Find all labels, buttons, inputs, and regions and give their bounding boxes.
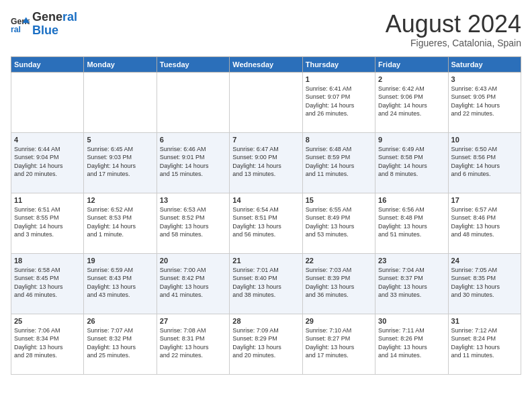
- calendar-cell: 25Sunrise: 7:06 AM Sunset: 8:34 PM Dayli…: [11, 314, 84, 374]
- day-content: Sunrise: 7:00 AM Sunset: 8:42 PM Dayligh…: [160, 266, 226, 300]
- day-number: 24: [451, 257, 518, 265]
- calendar-cell: 19Sunrise: 6:59 AM Sunset: 8:43 PM Dayli…: [84, 253, 157, 314]
- day-number: 21: [232, 257, 299, 265]
- calendar-cell: 2Sunrise: 6:42 AM Sunset: 9:06 PM Daylig…: [375, 72, 448, 132]
- calendar-cell: 28Sunrise: 7:09 AM Sunset: 8:29 PM Dayli…: [230, 314, 302, 374]
- day-content: Sunrise: 6:58 AM Sunset: 8:45 PM Dayligh…: [14, 266, 81, 300]
- day-content: Sunrise: 6:48 AM Sunset: 8:59 PM Dayligh…: [306, 145, 372, 179]
- calendar-cell: [11, 72, 84, 132]
- day-content: Sunrise: 7:11 AM Sunset: 8:26 PM Dayligh…: [378, 326, 445, 360]
- calendar-cell: 12Sunrise: 6:52 AM Sunset: 8:53 PM Dayli…: [84, 193, 157, 253]
- calendar-cell: 27Sunrise: 7:08 AM Sunset: 8:31 PM Dayli…: [157, 314, 229, 374]
- day-number: 5: [87, 136, 153, 144]
- day-content: Sunrise: 7:08 AM Sunset: 8:31 PM Dayligh…: [160, 326, 226, 360]
- day-number: 15: [306, 196, 372, 204]
- day-number: 8: [306, 136, 372, 144]
- calendar-cell: 20Sunrise: 7:00 AM Sunset: 8:42 PM Dayli…: [157, 253, 229, 314]
- calendar-cell: [157, 72, 229, 132]
- day-number: 30: [378, 317, 445, 325]
- day-number: 3: [451, 75, 518, 83]
- location: Figueres, Catalonia, Spain: [386, 38, 521, 48]
- month-title: August 2024: [386, 11, 521, 38]
- day-content: Sunrise: 6:45 AM Sunset: 9:03 PM Dayligh…: [87, 145, 153, 179]
- day-content: Sunrise: 6:56 AM Sunset: 8:48 PM Dayligh…: [378, 205, 445, 239]
- calendar-cell: 4Sunrise: 6:44 AM Sunset: 9:04 PM Daylig…: [11, 132, 84, 193]
- day-content: Sunrise: 6:53 AM Sunset: 8:52 PM Dayligh…: [160, 205, 226, 239]
- weekday-header-row: SundayMondayTuesdayWednesdayThursdayFrid…: [11, 56, 521, 72]
- weekday-header-monday: Monday: [84, 56, 157, 72]
- day-number: 9: [378, 136, 445, 144]
- calendar-cell: 3Sunrise: 6:43 AM Sunset: 9:05 PM Daylig…: [448, 72, 521, 132]
- calendar-cell: 10Sunrise: 6:50 AM Sunset: 8:56 PM Dayli…: [448, 132, 521, 193]
- svg-text:ral: ral: [11, 25, 21, 34]
- weekday-header-sunday: Sunday: [11, 56, 84, 72]
- calendar-cell: 18Sunrise: 6:58 AM Sunset: 8:45 PM Dayli…: [11, 253, 84, 314]
- calendar-cell: 29Sunrise: 7:10 AM Sunset: 8:27 PM Dayli…: [302, 314, 375, 374]
- day-content: Sunrise: 7:04 AM Sunset: 8:37 PM Dayligh…: [378, 266, 445, 300]
- day-content: Sunrise: 6:47 AM Sunset: 9:00 PM Dayligh…: [232, 145, 299, 179]
- calendar-cell: 16Sunrise: 6:56 AM Sunset: 8:48 PM Dayli…: [375, 193, 448, 253]
- day-content: Sunrise: 6:41 AM Sunset: 9:07 PM Dayligh…: [306, 85, 372, 118]
- day-content: Sunrise: 6:54 AM Sunset: 8:51 PM Dayligh…: [232, 205, 299, 239]
- calendar-table: SundayMondayTuesdayWednesdayThursdayFrid…: [11, 56, 521, 375]
- day-content: Sunrise: 6:42 AM Sunset: 9:06 PM Dayligh…: [378, 85, 445, 118]
- day-content: Sunrise: 6:57 AM Sunset: 8:46 PM Dayligh…: [451, 205, 518, 239]
- calendar-week-4: 18Sunrise: 6:58 AM Sunset: 8:45 PM Dayli…: [11, 253, 521, 314]
- day-content: Sunrise: 7:01 AM Sunset: 8:40 PM Dayligh…: [232, 266, 299, 300]
- day-content: Sunrise: 7:03 AM Sunset: 8:39 PM Dayligh…: [306, 266, 372, 300]
- calendar-cell: 11Sunrise: 6:51 AM Sunset: 8:55 PM Dayli…: [11, 193, 84, 253]
- day-content: Sunrise: 6:51 AM Sunset: 8:55 PM Dayligh…: [14, 205, 81, 239]
- day-content: Sunrise: 6:43 AM Sunset: 9:05 PM Dayligh…: [451, 85, 518, 118]
- day-number: 31: [451, 317, 518, 325]
- calendar-cell: 23Sunrise: 7:04 AM Sunset: 8:37 PM Dayli…: [375, 253, 448, 314]
- day-number: 2: [378, 75, 445, 83]
- day-content: Sunrise: 7:07 AM Sunset: 8:32 PM Dayligh…: [87, 326, 153, 360]
- calendar-cell: 15Sunrise: 6:55 AM Sunset: 8:49 PM Dayli…: [302, 193, 375, 253]
- calendar-cell: 6Sunrise: 6:46 AM Sunset: 9:01 PM Daylig…: [157, 132, 229, 193]
- calendar-cell: 14Sunrise: 6:54 AM Sunset: 8:51 PM Dayli…: [230, 193, 302, 253]
- day-content: Sunrise: 7:06 AM Sunset: 8:34 PM Dayligh…: [14, 326, 81, 360]
- day-number: 26: [87, 317, 153, 325]
- calendar-week-3: 11Sunrise: 6:51 AM Sunset: 8:55 PM Dayli…: [11, 193, 521, 253]
- calendar-cell: 31Sunrise: 7:12 AM Sunset: 8:24 PM Dayli…: [448, 314, 521, 374]
- day-number: 4: [14, 136, 81, 144]
- calendar-cell: 1Sunrise: 6:41 AM Sunset: 9:07 PM Daylig…: [302, 72, 375, 132]
- day-content: Sunrise: 6:46 AM Sunset: 9:01 PM Dayligh…: [160, 145, 226, 179]
- day-content: Sunrise: 7:05 AM Sunset: 8:35 PM Dayligh…: [451, 266, 518, 300]
- calendar-cell: 24Sunrise: 7:05 AM Sunset: 8:35 PM Dayli…: [448, 253, 521, 314]
- calendar-week-2: 4Sunrise: 6:44 AM Sunset: 9:04 PM Daylig…: [11, 132, 521, 193]
- weekday-header-tuesday: Tuesday: [157, 56, 229, 72]
- day-number: 23: [378, 257, 445, 265]
- title-block: August 2024 Figueres, Catalonia, Spain: [386, 11, 521, 48]
- day-number: 13: [160, 196, 226, 204]
- day-content: Sunrise: 6:50 AM Sunset: 8:56 PM Dayligh…: [451, 145, 518, 179]
- day-number: 16: [378, 196, 445, 204]
- day-number: 25: [14, 317, 81, 325]
- day-number: 27: [160, 317, 226, 325]
- day-content: Sunrise: 7:12 AM Sunset: 8:24 PM Dayligh…: [451, 326, 518, 360]
- weekday-header-saturday: Saturday: [448, 56, 521, 72]
- logo-text: GeneralBlue: [32, 11, 77, 38]
- day-number: 18: [14, 257, 81, 265]
- day-number: 6: [160, 136, 226, 144]
- day-number: 11: [14, 196, 81, 204]
- day-number: 7: [232, 136, 299, 144]
- day-content: Sunrise: 7:09 AM Sunset: 8:29 PM Dayligh…: [232, 326, 299, 360]
- calendar-cell: 9Sunrise: 6:49 AM Sunset: 8:58 PM Daylig…: [375, 132, 448, 193]
- weekday-header-friday: Friday: [375, 56, 448, 72]
- logo-icon: Gene ral: [11, 15, 30, 34]
- day-number: 29: [306, 317, 372, 325]
- day-number: 22: [306, 257, 372, 265]
- calendar-week-1: 1Sunrise: 6:41 AM Sunset: 9:07 PM Daylig…: [11, 72, 521, 132]
- calendar-cell: 8Sunrise: 6:48 AM Sunset: 8:59 PM Daylig…: [302, 132, 375, 193]
- day-number: 10: [451, 136, 518, 144]
- calendar-cell: [230, 72, 302, 132]
- day-content: Sunrise: 7:10 AM Sunset: 8:27 PM Dayligh…: [306, 326, 372, 360]
- calendar-cell: 22Sunrise: 7:03 AM Sunset: 8:39 PM Dayli…: [302, 253, 375, 314]
- calendar-cell: 13Sunrise: 6:53 AM Sunset: 8:52 PM Dayli…: [157, 193, 229, 253]
- calendar-cell: 7Sunrise: 6:47 AM Sunset: 9:00 PM Daylig…: [230, 132, 302, 193]
- day-content: Sunrise: 6:49 AM Sunset: 8:58 PM Dayligh…: [378, 145, 445, 179]
- day-number: 1: [306, 75, 372, 83]
- weekday-header-thursday: Thursday: [302, 56, 375, 72]
- weekday-header-wednesday: Wednesday: [230, 56, 302, 72]
